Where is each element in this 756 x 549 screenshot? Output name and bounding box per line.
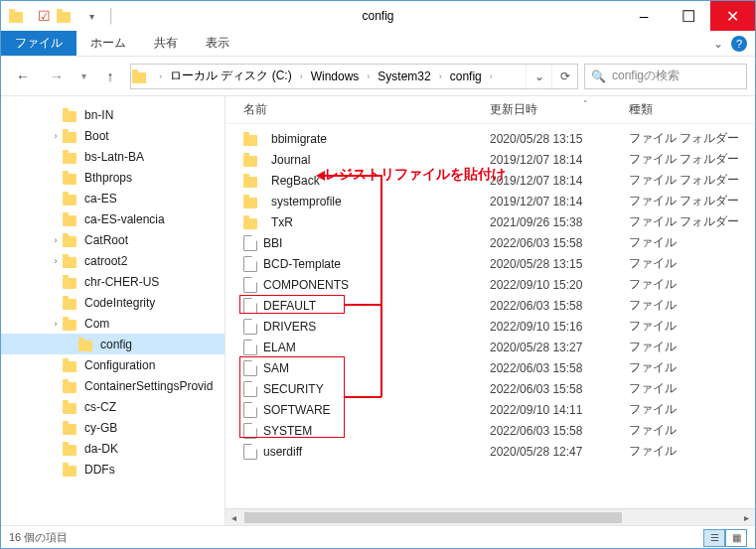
file-type: ファイル フォルダー: [629, 151, 755, 168]
tree-item[interactable]: ContainerSettingsProvid: [1, 375, 225, 396]
forward-button[interactable]: →: [43, 63, 71, 90]
chevron-right-icon[interactable]: ›: [486, 71, 497, 81]
tree-item[interactable]: ca-ES-valencia: [1, 208, 225, 229]
col-date[interactable]: 更新日時: [490, 101, 629, 118]
tree-item[interactable]: ›catroot2: [1, 250, 225, 271]
horizontal-scrollbar[interactable]: ◂ ▸: [226, 508, 755, 525]
qat-dropdown-icon[interactable]: ▾: [80, 5, 102, 27]
col-name[interactable]: 名前: [243, 101, 490, 118]
thumbnails-view-button[interactable]: ▦: [725, 529, 747, 547]
file-row[interactable]: SECURITY2022/06/03 15:58ファイル: [226, 378, 755, 399]
scroll-right-icon[interactable]: ▸: [738, 510, 755, 525]
file-row[interactable]: SOFTWARE2022/09/10 14:11ファイル: [226, 399, 755, 420]
file-row[interactable]: COMPONENTS2022/09/10 15:20ファイル: [226, 274, 755, 295]
tree-item[interactable]: ›Com: [1, 313, 225, 334]
crumb-system32[interactable]: System32: [374, 69, 434, 83]
maximize-button[interactable]: ☐: [666, 1, 710, 31]
refresh-button[interactable]: ⟳: [551, 65, 577, 88]
new-folder-icon[interactable]: [57, 5, 78, 27]
minimize-button[interactable]: ‒: [621, 1, 666, 31]
ribbon-collapse-icon[interactable]: ⌄: [713, 37, 723, 51]
chevron-right-icon[interactable]: ›: [296, 71, 307, 81]
tree-twist-icon[interactable]: ›: [49, 256, 63, 266]
tree-item[interactable]: config: [1, 334, 225, 354]
file-icon: [243, 256, 257, 272]
tree-item-label: catroot2: [84, 254, 127, 268]
file-row[interactable]: TxR2021/09/26 15:38ファイル フォルダー: [226, 211, 755, 232]
file-type: ファイル フォルダー: [629, 130, 755, 147]
tree-twist-icon[interactable]: ›: [49, 235, 63, 245]
file-name: DEFAULT: [263, 299, 316, 313]
column-headers[interactable]: 名前 更新日時 種類 ˄: [226, 96, 755, 124]
tree-item[interactable]: ca-ES: [1, 188, 225, 208]
file-row[interactable]: BBI2022/06/03 15:58ファイル: [226, 232, 755, 253]
file-date: 2020/05/28 12:47: [490, 445, 629, 459]
file-icon: [243, 319, 257, 335]
up-button[interactable]: ↑: [96, 63, 124, 90]
scroll-left-icon[interactable]: ◂: [226, 510, 242, 525]
location-folder-icon: [131, 65, 155, 88]
nav-tree[interactable]: bn-IN›Bootbs-Latn-BABthpropsca-ESca-ES-v…: [1, 96, 225, 525]
folder-icon: [63, 150, 80, 164]
tree-item-label: DDFs: [84, 463, 115, 477]
col-type[interactable]: 種類: [629, 101, 755, 118]
file-row[interactable]: DRIVERS2022/09/10 15:16ファイル: [226, 316, 755, 337]
file-row[interactable]: SAM2022/06/03 15:58ファイル: [226, 357, 755, 378]
scroll-thumb[interactable]: [244, 512, 622, 523]
crumb-config[interactable]: config: [446, 69, 486, 83]
chevron-right-icon[interactable]: ›: [435, 71, 446, 81]
file-row[interactable]: ELAM2020/05/28 13:27ファイル: [226, 337, 755, 357]
details-view-button[interactable]: ☰: [703, 529, 725, 547]
search-placeholder: configの検索: [612, 68, 680, 84]
file-row[interactable]: DEFAULT2022/06/03 15:58ファイル: [226, 295, 755, 316]
tab-file[interactable]: ファイル: [1, 31, 76, 56]
file-row[interactable]: systemprofile2019/12/07 18:14ファイル フォルダー: [226, 191, 755, 211]
tab-home[interactable]: ホーム: [76, 31, 140, 56]
tree-item[interactable]: Bthprops: [1, 167, 225, 188]
crumb-windows[interactable]: Windows: [307, 69, 364, 83]
file-type: ファイル: [629, 318, 755, 335]
file-list[interactable]: bbimigrate2020/05/28 13:15ファイル フォルダーJour…: [226, 124, 755, 508]
tree-item[interactable]: chr-CHER-US: [1, 271, 225, 292]
tree-item[interactable]: Configuration: [1, 354, 225, 375]
file-row[interactable]: SYSTEM2022/06/03 15:58ファイル: [226, 420, 755, 441]
file-type: ファイル: [629, 234, 755, 251]
file-row[interactable]: BCD-Template2020/05/28 13:15ファイル: [226, 253, 755, 274]
file-row[interactable]: RegBack2019/12/07 18:14ファイル フォルダー: [226, 170, 755, 191]
help-icon[interactable]: ?: [731, 36, 747, 52]
chevron-right-icon[interactable]: ›: [363, 71, 374, 81]
close-button[interactable]: ✕: [710, 1, 755, 31]
file-row[interactable]: Journal2019/12/07 18:14ファイル フォルダー: [226, 149, 755, 170]
tab-share[interactable]: 共有: [140, 31, 192, 56]
search-input[interactable]: 🔍 configの検索: [584, 64, 747, 89]
file-type: ファイル: [629, 422, 755, 439]
tree-item[interactable]: CodeIntegrity: [1, 292, 225, 313]
tree-item[interactable]: cy-GB: [1, 417, 225, 438]
tree-item[interactable]: cs-CZ: [1, 396, 225, 417]
tab-view[interactable]: 表示: [192, 31, 243, 56]
file-date: 2019/12/07 18:14: [490, 153, 629, 167]
quick-access-toolbar: ☑ ▾ ▏: [9, 5, 126, 27]
tree-item[interactable]: bs-Latn-BA: [1, 146, 225, 167]
properties-icon[interactable]: ☑: [33, 5, 55, 27]
recent-dropdown-icon[interactable]: ▾: [76, 63, 90, 90]
tree-item[interactable]: da-DK: [1, 438, 225, 459]
folder-icon: [243, 215, 261, 229]
tree-twist-icon[interactable]: ›: [49, 131, 63, 141]
chevron-right-icon[interactable]: ›: [155, 71, 166, 81]
tree-item[interactable]: ›Boot: [1, 125, 225, 146]
file-name: ELAM: [263, 341, 296, 354]
tree-item-label: chr-CHER-US: [84, 275, 159, 289]
address-bar[interactable]: › ローカル ディスク (C:) › Windows › System32 › …: [130, 64, 578, 89]
file-row[interactable]: bbimigrate2020/05/28 13:15ファイル フォルダー: [226, 128, 755, 149]
tree-item[interactable]: bn-IN: [1, 104, 225, 125]
window-title: config: [362, 9, 393, 23]
tree-item[interactable]: DDFs: [1, 459, 225, 480]
address-dropdown-icon[interactable]: ⌄: [526, 65, 551, 88]
tree-item[interactable]: ›CatRoot: [1, 229, 225, 250]
tree-twist-icon[interactable]: ›: [49, 319, 63, 329]
back-button[interactable]: ←: [9, 63, 37, 90]
file-row[interactable]: userdiff2020/05/28 12:47ファイル: [226, 441, 755, 462]
crumb-drive[interactable]: ローカル ディスク (C:): [166, 68, 296, 84]
status-item-count: 16 個の項目: [9, 530, 68, 545]
